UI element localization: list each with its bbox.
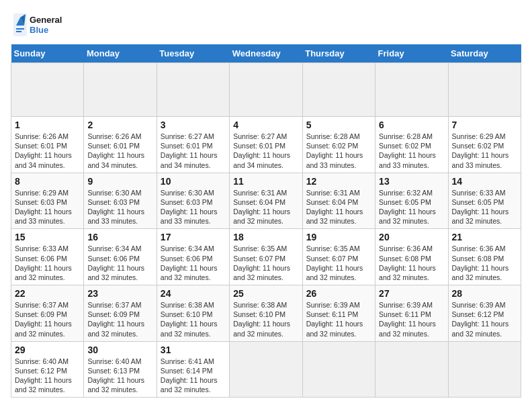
day-number: 28 [452, 288, 517, 299]
day-detail: Sunrise: 6:37 AMSunset: 6:09 PMDaylight:… [15, 300, 80, 338]
calendar-cell [302, 63, 375, 117]
day-detail: Sunrise: 6:33 AMSunset: 6:05 PMDaylight:… [452, 188, 517, 226]
column-header-thursday: Thursday [302, 44, 375, 63]
day-detail: Sunrise: 6:30 AMSunset: 6:03 PMDaylight:… [161, 188, 226, 226]
column-header-sunday: Sunday [11, 44, 84, 63]
calendar-cell: 6Sunrise: 6:28 AMSunset: 6:02 PMDaylight… [375, 117, 448, 173]
calendar-cell: 14Sunrise: 6:33 AMSunset: 6:05 PMDayligh… [448, 173, 521, 229]
calendar-cell: 28Sunrise: 6:39 AMSunset: 6:12 PMDayligh… [448, 285, 521, 342]
calendar-cell: 19Sunrise: 6:35 AMSunset: 6:07 PMDayligh… [302, 229, 375, 285]
calendar-cell [375, 341, 448, 398]
calendar-cell: 16Sunrise: 6:34 AMSunset: 6:06 PMDayligh… [84, 229, 157, 285]
day-number: 24 [161, 288, 226, 299]
day-number: 26 [306, 288, 371, 299]
calendar-cell: 12Sunrise: 6:31 AMSunset: 6:04 PMDayligh… [302, 173, 375, 229]
day-detail: Sunrise: 6:31 AMSunset: 6:04 PMDaylight:… [233, 188, 298, 226]
day-detail: Sunrise: 6:34 AMSunset: 6:06 PMDaylight:… [87, 244, 152, 282]
day-number: 13 [379, 176, 444, 187]
calendar-cell: 18Sunrise: 6:35 AMSunset: 6:07 PMDayligh… [230, 229, 302, 285]
day-detail: Sunrise: 6:33 AMSunset: 6:06 PMDaylight:… [15, 244, 80, 282]
day-number: 23 [87, 288, 152, 299]
day-number: 2 [87, 120, 152, 130]
day-number: 3 [161, 120, 226, 130]
day-number: 7 [452, 120, 517, 130]
column-header-tuesday: Tuesday [157, 44, 229, 63]
day-number: 21 [452, 232, 517, 242]
calendar-cell: 31Sunrise: 6:41 AMSunset: 6:14 PMDayligh… [157, 341, 229, 398]
calendar-week-row: 29Sunrise: 6:40 AMSunset: 6:12 PMDayligh… [11, 341, 521, 398]
day-detail: Sunrise: 6:28 AMSunset: 6:02 PMDaylight:… [379, 132, 444, 170]
day-detail: Sunrise: 6:27 AMSunset: 6:01 PMDaylight:… [161, 132, 226, 170]
day-detail: Sunrise: 6:38 AMSunset: 6:10 PMDaylight:… [161, 300, 226, 338]
day-number: 29 [15, 345, 80, 355]
day-number: 18 [233, 232, 298, 242]
day-detail: Sunrise: 6:39 AMSunset: 6:11 PMDaylight:… [306, 300, 371, 338]
day-detail: Sunrise: 6:36 AMSunset: 6:08 PMDaylight:… [452, 244, 517, 282]
calendar-week-row: 1Sunrise: 6:26 AMSunset: 6:01 PMDaylight… [11, 117, 521, 173]
day-number: 30 [87, 345, 152, 355]
svg-text:General: General [30, 15, 62, 25]
day-number: 22 [15, 288, 80, 299]
calendar-cell: 1Sunrise: 6:26 AMSunset: 6:01 PMDaylight… [11, 117, 84, 173]
day-number: 9 [87, 176, 152, 187]
day-number: 11 [233, 176, 298, 187]
calendar-header-row: SundayMondayTuesdayWednesdayThursdayFrid… [11, 44, 521, 63]
day-number: 12 [306, 176, 371, 187]
day-detail: Sunrise: 6:34 AMSunset: 6:06 PMDaylight:… [161, 244, 226, 282]
calendar-cell [157, 63, 229, 117]
day-detail: Sunrise: 6:41 AMSunset: 6:14 PMDaylight:… [161, 357, 226, 395]
day-number: 25 [233, 288, 298, 299]
calendar-cell: 26Sunrise: 6:39 AMSunset: 6:11 PMDayligh… [302, 285, 375, 342]
day-number: 31 [161, 345, 226, 355]
calendar-cell [448, 341, 521, 398]
calendar-cell: 21Sunrise: 6:36 AMSunset: 6:08 PMDayligh… [448, 229, 521, 285]
day-number: 1 [15, 120, 80, 130]
day-number: 10 [161, 176, 226, 187]
day-detail: Sunrise: 6:35 AMSunset: 6:07 PMDaylight:… [233, 244, 298, 282]
day-number: 17 [161, 232, 226, 242]
day-number: 19 [306, 232, 371, 242]
svg-text:Blue: Blue [30, 25, 48, 35]
calendar-cell [302, 341, 375, 398]
page-header: General Blue [11, 11, 521, 39]
day-detail: Sunrise: 6:39 AMSunset: 6:12 PMDaylight:… [452, 300, 517, 338]
calendar-cell: 4Sunrise: 6:27 AMSunset: 6:01 PMDaylight… [230, 117, 302, 173]
day-detail: Sunrise: 6:30 AMSunset: 6:03 PMDaylight:… [87, 188, 152, 226]
calendar-cell: 11Sunrise: 6:31 AMSunset: 6:04 PMDayligh… [230, 173, 302, 229]
day-number: 5 [306, 120, 371, 130]
day-number: 4 [233, 120, 298, 130]
calendar-week-row: 22Sunrise: 6:37 AMSunset: 6:09 PMDayligh… [11, 285, 521, 342]
day-detail: Sunrise: 6:36 AMSunset: 6:08 PMDaylight:… [379, 244, 444, 282]
column-header-friday: Friday [375, 44, 448, 63]
day-detail: Sunrise: 6:35 AMSunset: 6:07 PMDaylight:… [306, 244, 371, 282]
calendar-cell: 22Sunrise: 6:37 AMSunset: 6:09 PMDayligh… [11, 285, 84, 342]
day-detail: Sunrise: 6:28 AMSunset: 6:02 PMDaylight:… [306, 132, 371, 170]
calendar-cell: 7Sunrise: 6:29 AMSunset: 6:02 PMDaylight… [448, 117, 521, 173]
day-number: 14 [452, 176, 517, 187]
day-number: 15 [15, 232, 80, 242]
day-detail: Sunrise: 6:40 AMSunset: 6:12 PMDaylight:… [15, 357, 80, 395]
day-detail: Sunrise: 6:38 AMSunset: 6:10 PMDaylight:… [233, 300, 298, 338]
svg-rect-6 [16, 31, 21, 32]
day-detail: Sunrise: 6:26 AMSunset: 6:01 PMDaylight:… [15, 132, 80, 170]
day-detail: Sunrise: 6:40 AMSunset: 6:13 PMDaylight:… [87, 357, 152, 395]
day-detail: Sunrise: 6:27 AMSunset: 6:01 PMDaylight:… [233, 132, 298, 170]
day-detail: Sunrise: 6:31 AMSunset: 6:04 PMDaylight:… [306, 188, 371, 226]
calendar-cell [84, 63, 157, 117]
day-number: 8 [15, 176, 80, 187]
svg-rect-5 [16, 28, 24, 30]
calendar-week-row [11, 63, 521, 117]
calendar-cell: 5Sunrise: 6:28 AMSunset: 6:02 PMDaylight… [302, 117, 375, 173]
day-number: 20 [379, 232, 444, 242]
logo-icon: General Blue [11, 11, 71, 39]
calendar-cell: 30Sunrise: 6:40 AMSunset: 6:13 PMDayligh… [84, 341, 157, 398]
day-detail: Sunrise: 6:32 AMSunset: 6:05 PMDaylight:… [379, 188, 444, 226]
calendar-cell [230, 341, 302, 398]
calendar-week-row: 8Sunrise: 6:29 AMSunset: 6:03 PMDaylight… [11, 173, 521, 229]
calendar-cell: 23Sunrise: 6:37 AMSunset: 6:09 PMDayligh… [84, 285, 157, 342]
column-header-monday: Monday [84, 44, 157, 63]
column-header-saturday: Saturday [448, 44, 521, 63]
day-number: 6 [379, 120, 444, 130]
day-detail: Sunrise: 6:29 AMSunset: 6:03 PMDaylight:… [15, 188, 80, 226]
calendar-cell: 10Sunrise: 6:30 AMSunset: 6:03 PMDayligh… [157, 173, 229, 229]
